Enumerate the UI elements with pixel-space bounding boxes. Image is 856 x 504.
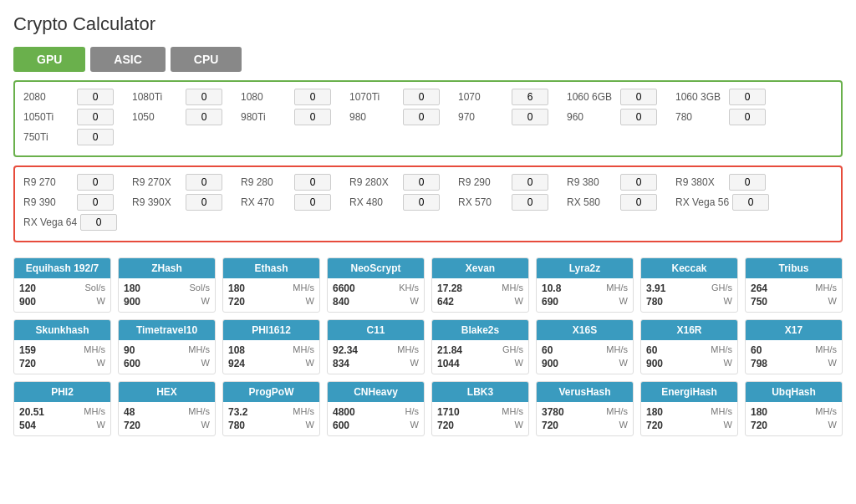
algo-power-row: 780 W (228, 419, 314, 432)
gpu-label: 1050 (132, 111, 182, 123)
gpu-input[interactable] (77, 174, 114, 191)
algo-hashrate-unit: MH/s (84, 406, 105, 418)
gpu-input[interactable] (620, 174, 657, 191)
algo-hashrate: 60 (751, 344, 762, 356)
algo-body: 48 MH/s 720 W (119, 402, 215, 435)
algo-hashrate-row: 10.8 MH/s (542, 282, 628, 295)
algo-card: VerusHash 3780 MH/s 720 W (536, 381, 634, 436)
gpu-input[interactable] (403, 109, 440, 125)
algo-power: 720 (19, 358, 36, 369)
algo-power: 720 (124, 420, 140, 431)
gpu-input[interactable] (403, 89, 440, 105)
gpu-input[interactable] (512, 174, 548, 191)
gpu-input[interactable] (729, 89, 766, 105)
algo-power: 1044 (437, 358, 460, 369)
gpu-input[interactable] (186, 89, 222, 105)
algo-card: Tribus 264 MH/s 750 W (745, 257, 843, 313)
gpu-item: 960 (567, 109, 675, 125)
algo-header: HEX (119, 382, 215, 402)
algo-power-row: 840 W (333, 295, 419, 308)
algo-card: ZHash 180 Sol/s 900 W (118, 257, 216, 313)
algo-power: 900 (542, 358, 558, 369)
gpu-input[interactable] (620, 89, 657, 105)
gpu-input[interactable] (186, 194, 222, 211)
algo-hashrate-unit: MH/s (293, 406, 314, 418)
algo-power-row: 900 W (19, 295, 105, 308)
gpu-item: 1060 3GB (675, 89, 784, 105)
algo-hashrate: 17.28 (437, 283, 462, 294)
gpu-input[interactable] (512, 89, 548, 105)
algo-power-row: 690 W (542, 295, 628, 308)
algo-card: PHI2 20.51 MH/s 504 W (13, 381, 111, 436)
gpu-input[interactable] (403, 174, 440, 191)
algo-body: 92.34 MH/s 834 W (328, 340, 424, 374)
algo-header: X16S (537, 320, 633, 340)
algo-card: Blake2s 21.84 GH/s 1044 W (431, 319, 529, 374)
gpu-input[interactable] (729, 109, 766, 125)
algo-card: ProgPoW 73.2 MH/s 780 W (222, 381, 320, 436)
algo-hashrate-unit: Sol/s (85, 283, 105, 294)
gpu-input[interactable] (186, 174, 222, 191)
algo-power-unit: W (619, 358, 628, 369)
algo-power: 900 (19, 296, 36, 308)
gpu-input[interactable] (294, 109, 331, 125)
gpu-input[interactable] (620, 194, 657, 211)
gpu-label: R9 290 (458, 176, 508, 188)
gpu-input[interactable] (77, 129, 114, 145)
algo-header: PHI2 (14, 382, 110, 402)
gpu-item: R9 280X (349, 174, 458, 191)
algo-hashrate-row: 180 Sol/s (124, 282, 210, 295)
gpu-item: R9 390X (132, 194, 241, 211)
algo-card: CNHeavy 4800 H/s 600 W (327, 381, 425, 436)
gpu-input[interactable] (732, 194, 769, 211)
gpu-input[interactable] (80, 214, 117, 231)
algo-power-row: 780 W (646, 295, 732, 308)
algo-hashrate-row: 6600 KH/s (333, 282, 419, 295)
gpu-label: RX 570 (458, 196, 508, 208)
algo-power: 900 (646, 358, 663, 369)
algo-power-unit: W (515, 296, 523, 308)
algo-power-unit: W (201, 420, 210, 431)
algo-power: 780 (228, 420, 245, 431)
tab-asic[interactable]: ASIC (90, 47, 165, 72)
gpu-input[interactable] (294, 89, 331, 105)
algo-power-unit: W (410, 358, 419, 369)
gpu-input[interactable] (403, 194, 440, 211)
tab-gpu[interactable]: GPU (13, 47, 85, 72)
gpu-label: 1060 3GB (675, 91, 726, 103)
algo-card: Equihash 192/7 120 Sol/s 900 W (13, 257, 111, 313)
gpu-item: 1050 (132, 109, 241, 125)
algo-body: 60 MH/s 798 W (746, 340, 842, 374)
algo-card: Timetravel10 90 MH/s 600 W (118, 319, 216, 374)
gpu-input[interactable] (77, 194, 114, 211)
gpu-label: R9 380X (675, 176, 726, 188)
tab-cpu[interactable]: CPU (171, 47, 242, 72)
gpu-label: R9 270 (23, 176, 74, 188)
algo-power-unit: W (97, 420, 105, 431)
algo-power: 720 (751, 420, 767, 431)
algo-power-row: 720 W (19, 357, 105, 370)
gpu-input[interactable] (620, 109, 657, 125)
gpu-input[interactable] (512, 109, 548, 125)
gpu-label: 2080 (23, 91, 74, 103)
gpu-input[interactable] (294, 174, 331, 191)
gpu-input[interactable] (77, 109, 114, 125)
algo-hashrate: 10.8 (542, 283, 561, 294)
gpu-input[interactable] (729, 174, 766, 191)
algo-card: Ethash 180 MH/s 720 W (222, 257, 320, 313)
algo-power-row: 1044 W (437, 357, 523, 370)
algo-hashrate-unit: H/s (405, 406, 420, 418)
algo-hashrate: 21.84 (437, 344, 462, 356)
algo-body: 21.84 GH/s 1044 W (432, 340, 528, 374)
algo-hashrate: 73.2 (228, 406, 247, 418)
gpu-input[interactable] (77, 89, 114, 105)
gpu-input[interactable] (294, 194, 331, 211)
gpu-label: R9 380 (567, 176, 617, 188)
gpu-input[interactable] (512, 194, 548, 211)
gpu-input[interactable] (186, 109, 222, 125)
algo-power-row: 900 W (124, 295, 210, 308)
algo-power-row: 504 W (19, 419, 105, 432)
algo-power-row: 720 W (228, 295, 314, 308)
algo-hashrate-unit: MH/s (188, 344, 210, 356)
algo-hashrate-row: 264 MH/s (751, 282, 837, 295)
